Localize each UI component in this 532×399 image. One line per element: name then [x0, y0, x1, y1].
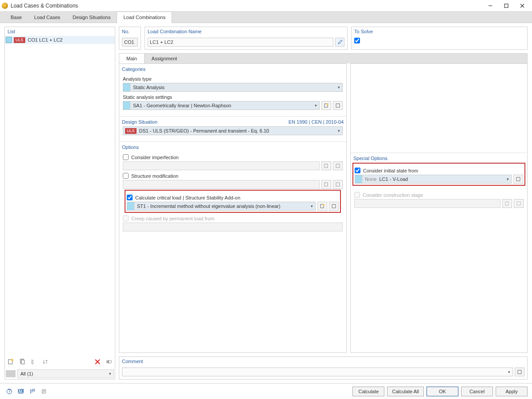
- tab-base[interactable]: Base: [4, 12, 28, 23]
- design-situation-title: Design Situation: [122, 119, 157, 125]
- delete-icon[interactable]: [93, 357, 102, 367]
- calculate-all-button[interactable]: Calculate All: [387, 387, 424, 396]
- tab-main[interactable]: Main: [119, 54, 145, 63]
- titlebar: Load Cases & Combinations: [0, 0, 532, 12]
- copy-icon[interactable]: [17, 357, 27, 367]
- special-options-title: Special Options: [351, 153, 527, 162]
- svg-point-13: [327, 103, 329, 105]
- svg-point-20: [323, 204, 325, 206]
- sort-icon[interactable]: [40, 357, 50, 367]
- svg-rect-22: [516, 177, 520, 181]
- list-filter: All (1)▾: [5, 368, 115, 379]
- critical-load-checkbox[interactable]: [127, 195, 133, 200]
- analysis-type-combo[interactable]: Static Analysis▾: [123, 83, 343, 92]
- critical-load-new-icon[interactable]: [317, 202, 327, 211]
- struct-mod-combo[interactable]: [123, 180, 320, 189]
- struct-mod-checkbox[interactable]: [123, 173, 129, 179]
- svg-rect-30: [33, 389, 35, 391]
- ok-button[interactable]: OK: [426, 387, 458, 396]
- maximize-button[interactable]: [498, 1, 514, 10]
- analysis-type-label: Analysis type: [123, 76, 343, 82]
- design-situation-combo[interactable]: ULS DS1 - ULS (STR/GEO) - Permanent and …: [123, 126, 343, 135]
- filter-label: All (1): [18, 371, 106, 376]
- svg-rect-25: [518, 370, 521, 374]
- main-tabstrip: Base Load Cases Design Situations Load C…: [0, 12, 532, 23]
- close-button[interactable]: [514, 1, 530, 10]
- imperfection-new-icon[interactable]: [321, 161, 331, 170]
- static-settings-label: Static analysis settings: [123, 94, 343, 100]
- tree-icon[interactable]: [29, 357, 39, 367]
- construction-new-icon: [502, 199, 512, 208]
- construction-combo: [354, 199, 501, 208]
- cancel-button[interactable]: Cancel: [461, 387, 493, 396]
- categories-title: Categories: [119, 64, 346, 73]
- struct-mod-edit-icon[interactable]: [333, 180, 343, 189]
- calculate-button[interactable]: Calculate: [352, 387, 384, 396]
- tab-assignment[interactable]: Assignment: [145, 54, 184, 63]
- critical-load-highlight: Calculate critical load | Structure Stab…: [125, 190, 341, 213]
- svg-rect-24: [517, 202, 520, 205]
- list-panel: List ULS CO1 LC1 + LC2 A: [4, 27, 115, 379]
- comment-panel: Comment ▾: [119, 356, 528, 379]
- units-icon[interactable]: 0.00: [16, 387, 26, 396]
- critical-load-combo[interactable]: ST1 - Incremental method without eigenva…: [127, 202, 316, 211]
- creep-combo: [123, 223, 343, 231]
- initial-state-edit-icon[interactable]: [513, 175, 523, 184]
- imperfection-checkbox[interactable]: [123, 154, 129, 160]
- tab-load-cases[interactable]: Load Cases: [28, 12, 66, 23]
- initial-state-highlight: Consider initial state from None LC1 - V…: [352, 163, 525, 186]
- construction-label: Consider construction stage: [363, 192, 423, 198]
- minimize-button[interactable]: [482, 1, 498, 10]
- no-input[interactable]: [122, 38, 138, 47]
- new-icon[interactable]: [6, 357, 16, 367]
- name-panel: Load Combination Name: [145, 27, 348, 50]
- svg-rect-18: [336, 183, 340, 186]
- initial-state-label: Consider initial state from: [363, 168, 418, 173]
- comment-title: Comment: [119, 357, 527, 366]
- initial-state-checkbox[interactable]: [355, 168, 360, 173]
- imperfection-edit-icon[interactable]: [333, 161, 343, 170]
- static-settings-new-icon[interactable]: [321, 101, 331, 110]
- tab-load-combinations[interactable]: Load Combinations: [117, 12, 172, 23]
- script-icon[interactable]: [39, 387, 49, 396]
- comment-combo[interactable]: ▾: [122, 368, 513, 376]
- imperfection-combo[interactable]: [123, 161, 320, 170]
- name-label: Load Combination Name: [145, 27, 347, 36]
- critical-load-label: Calculate critical load | Structure Stab…: [135, 195, 240, 200]
- svg-text:?: ?: [8, 388, 11, 394]
- creep-checkbox: [123, 215, 129, 221]
- special-options-panel: Special Options Consider initial state f…: [350, 63, 528, 353]
- tab-design-situations[interactable]: Design Situations: [66, 12, 117, 23]
- struct-mod-new-icon[interactable]: [321, 180, 331, 189]
- solve-label: To Solve: [352, 27, 527, 36]
- ds-badge: ULS: [125, 128, 137, 134]
- tree2-icon[interactable]: [27, 387, 37, 396]
- apply-button[interactable]: Apply: [496, 387, 528, 396]
- static-settings-combo[interactable]: SA1 - Geometrically linear | Newton-Raph…: [123, 101, 320, 110]
- construction-checkbox: [354, 192, 360, 198]
- initial-state-combo[interactable]: None LC1 - V-Load▾: [355, 175, 512, 184]
- static-settings-edit-icon[interactable]: [333, 101, 343, 110]
- window-title: Load Cases & Combinations: [11, 3, 482, 9]
- critical-load-edit-icon[interactable]: [329, 202, 339, 211]
- edit-name-button[interactable]: [335, 38, 344, 47]
- construction-edit-icon: [514, 199, 524, 208]
- help-icon[interactable]: ?: [4, 387, 14, 396]
- svg-rect-1: [505, 4, 508, 8]
- list-item-label: CO1 LC1 + LC2: [28, 37, 63, 43]
- name-input[interactable]: [148, 38, 333, 47]
- svg-rect-23: [505, 202, 509, 205]
- svg-rect-7: [21, 360, 24, 364]
- svg-rect-17: [325, 183, 328, 186]
- creep-label: Creep caused by permanent load from: [131, 216, 215, 221]
- ds-value: DS1 - ULS (STR/GEO) - Permanent and tran…: [139, 128, 335, 133]
- design-situation-std: EN 1990 | CEN | 2010-04: [289, 119, 344, 125]
- options-title: Options: [119, 142, 346, 151]
- filter-combo[interactable]: All (1)▾: [17, 369, 114, 378]
- solve-checkbox[interactable]: [354, 38, 360, 43]
- struct-mod-label: Structure modification: [131, 173, 178, 179]
- toggle-icon[interactable]: [104, 357, 114, 367]
- list-item[interactable]: ULS CO1 LC1 + LC2: [5, 36, 115, 44]
- svg-point-11: [107, 361, 109, 363]
- comment-edit-icon[interactable]: [515, 368, 524, 376]
